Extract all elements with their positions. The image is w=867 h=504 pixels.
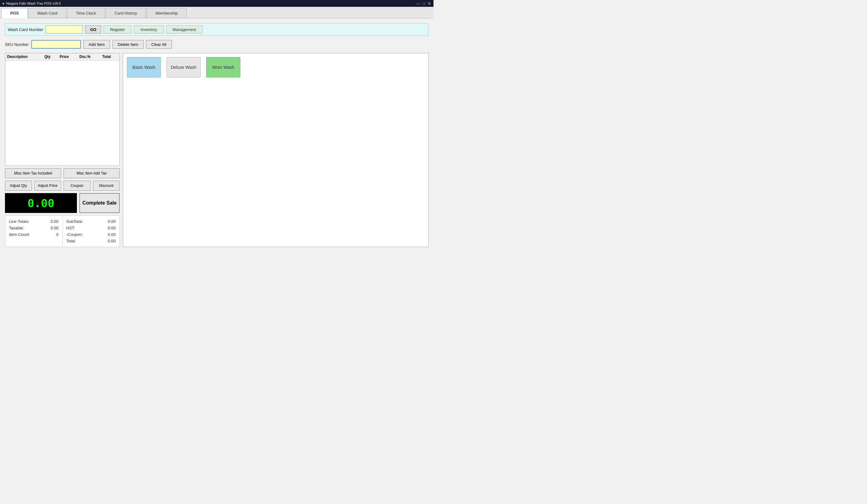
col-qty: Qty [42, 53, 58, 61]
add-item-button[interactable]: Add Item [83, 40, 110, 49]
coupon-button[interactable]: Coupon [64, 181, 90, 191]
title-bar-left: ♦ Niagara Falls Wash Trax POS v18.0 [2, 2, 61, 5]
app-title: Niagara Falls Wash Trax POS v18.0 [6, 2, 61, 5]
discount-button[interactable]: Discount [93, 181, 120, 191]
line-totals-value: 0.00 [51, 219, 58, 224]
go-button[interactable]: GO [85, 25, 101, 33]
misc-tax-included-button[interactable]: Misc Item Tax Included [5, 168, 61, 178]
line-totals-label: Line Totals: [9, 219, 30, 224]
item-count-row: Item Count: 0 [9, 231, 58, 238]
misc-buttons: Misc Item Tax Included Misc Item Add Tax [5, 168, 120, 178]
minimize-button[interactable]: — [416, 1, 420, 6]
worx-wash-button[interactable]: Worx Wash [206, 57, 240, 77]
subtotal-value: 0.00 [108, 219, 116, 224]
taxable-value: 0.00 [51, 226, 58, 230]
coupon-row: -Coupon: 0.00 [66, 231, 116, 238]
coupon-value: 0.00 [108, 232, 116, 237]
app-window: POS Wash Card Time Clock Card History Me… [0, 7, 434, 252]
title-bar-controls[interactable]: — □ ✕ [416, 1, 431, 6]
tab-wash-card[interactable]: Wash Card [28, 8, 66, 18]
pos-area: Description Qty Price Dsc.% Total [5, 53, 429, 247]
coupon-label: -Coupon: [66, 232, 83, 237]
hst-value: 0.00 [108, 226, 116, 230]
subtotal-row: SubTotal: 0.00 [66, 218, 116, 225]
item-count-value: 0 [56, 232, 58, 237]
items-table-container: Description Qty Price Dsc.% Total [5, 53, 120, 166]
misc-add-tax-button[interactable]: Misc Item Add Tax [64, 168, 120, 178]
adjust-price-button[interactable]: Adjust Price [34, 181, 61, 191]
basic-wash-button[interactable]: Basic Wash [127, 57, 161, 77]
app-icon: ♦ [2, 2, 4, 5]
wash-card-label: Wash Card Number [8, 27, 43, 32]
col-total: Total [100, 53, 119, 61]
tab-membership[interactable]: Membership [147, 8, 187, 18]
deluxe-wash-button[interactable]: Deluxe Wash [167, 57, 201, 77]
taxable-label: Taxable: [9, 226, 24, 230]
tab-card-history[interactable]: Card History [106, 8, 146, 18]
main-content: Wash Card Number GO Register Inventory M… [0, 18, 434, 252]
clear-all-button[interactable]: Clear All [146, 40, 171, 49]
toolbar-row: Wash Card Number GO Register Inventory M… [5, 23, 429, 36]
total-display: 0.00 [5, 193, 77, 213]
management-button[interactable]: Management [166, 25, 203, 33]
line-totals-row: Line Totals: 0.00 [9, 218, 58, 225]
items-table: Description Qty Price Dsc.% Total [5, 53, 119, 61]
sku-input[interactable] [31, 40, 81, 49]
totals-section: Line Totals: 0.00 Taxable: 0.00 Item Cou… [5, 215, 120, 247]
total-label: Total: [66, 239, 76, 243]
tab-time-clock[interactable]: Time Clock [67, 8, 105, 18]
title-bar: ♦ Niagara Falls Wash Trax POS v18.0 — □ … [0, 0, 434, 7]
complete-sale-button[interactable]: Complete Sale [79, 193, 120, 213]
totals-left: Line Totals: 0.00 Taxable: 0.00 Item Cou… [5, 216, 63, 247]
hst-label: HST: [66, 226, 75, 230]
tab-pos[interactable]: POS [1, 8, 28, 18]
col-price: Price [58, 53, 77, 61]
total-value: 0.00 [108, 239, 116, 243]
delete-item-button[interactable]: Delete Item [113, 40, 143, 49]
right-panel: Basic Wash Deluxe Wash Worx Wash [123, 53, 429, 247]
tab-bar: POS Wash Card Time Clock Card History Me… [0, 7, 434, 18]
col-dsc: Dsc.% [77, 53, 100, 61]
maximize-button[interactable]: □ [422, 1, 425, 6]
hst-row: HST: 0.00 [66, 225, 116, 231]
wash-card-input[interactable] [45, 25, 83, 33]
item-count-label: Item Count: [9, 232, 30, 237]
left-panel: Description Qty Price Dsc.% Total [5, 53, 120, 247]
taxable-row: Taxable: 0.00 [9, 225, 58, 231]
register-button[interactable]: Register [104, 25, 131, 33]
adjust-buttons: Adjust Qty Adjust Price Coupon Discount [5, 181, 120, 191]
sku-row: SKU Number Add Item Delete Item Clear Al… [5, 39, 429, 50]
totals-right: SubTotal: 0.00 HST: 0.00 -Coupon: 0.00 [63, 216, 120, 247]
sku-label: SKU Number [5, 42, 29, 47]
adjust-qty-button[interactable]: Adjust Qty [5, 181, 32, 191]
sale-row: 0.00 Complete Sale [5, 193, 120, 213]
subtotal-label: SubTotal: [66, 219, 83, 224]
col-description: Description [5, 53, 42, 61]
close-button[interactable]: ✕ [428, 1, 431, 6]
inventory-button[interactable]: Inventory [134, 25, 163, 33]
total-row: Total: 0.00 [66, 238, 116, 244]
